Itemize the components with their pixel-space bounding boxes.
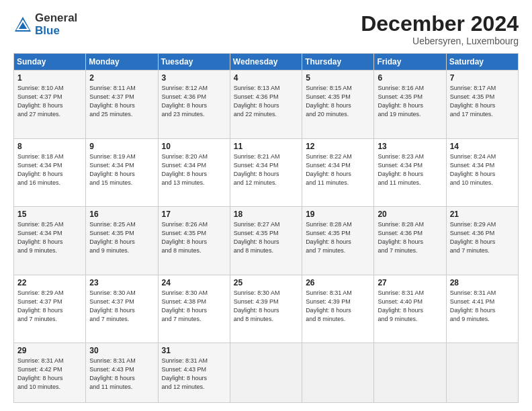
day-number: 21 — [450, 210, 515, 219]
logo-general-text: General — [35, 12, 77, 25]
day-info: Sunrise: 8:20 AM Sunset: 4:34 PM Dayligh… — [162, 152, 227, 187]
table-row — [230, 343, 302, 403]
day-info: Sunrise: 8:22 AM Sunset: 4:34 PM Dayligh… — [306, 152, 371, 187]
col-sunday: Sunday — [14, 54, 86, 71]
table-row — [446, 343, 518, 403]
day-number: 17 — [162, 210, 227, 219]
table-row: 14Sunrise: 8:24 AM Sunset: 4:34 PM Dayli… — [446, 138, 518, 206]
day-info: Sunrise: 8:23 AM Sunset: 4:34 PM Dayligh… — [378, 152, 443, 187]
day-info: Sunrise: 8:21 AM Sunset: 4:34 PM Dayligh… — [234, 152, 299, 187]
table-row: 27Sunrise: 8:31 AM Sunset: 4:40 PM Dayli… — [374, 275, 446, 342]
table-row: 16Sunrise: 8:25 AM Sunset: 4:35 PM Dayli… — [86, 207, 158, 275]
table-row — [302, 343, 374, 403]
table-row: 28Sunrise: 8:31 AM Sunset: 4:41 PM Dayli… — [446, 275, 518, 342]
table-row: 29Sunrise: 8:31 AM Sunset: 4:42 PM Dayli… — [14, 343, 86, 403]
day-number: 15 — [17, 210, 83, 219]
day-number: 31 — [162, 346, 227, 355]
col-tuesday: Tuesday — [158, 54, 230, 71]
table-row: 1Sunrise: 8:10 AM Sunset: 4:37 PM Daylig… — [14, 71, 86, 138]
day-number: 26 — [306, 278, 371, 287]
table-row: 20Sunrise: 8:28 AM Sunset: 4:36 PM Dayli… — [374, 207, 446, 275]
day-info: Sunrise: 8:24 AM Sunset: 4:34 PM Dayligh… — [450, 152, 515, 187]
table-row: 10Sunrise: 8:20 AM Sunset: 4:34 PM Dayli… — [158, 138, 230, 206]
day-number: 16 — [89, 210, 154, 219]
day-info: Sunrise: 8:19 AM Sunset: 4:34 PM Dayligh… — [89, 152, 154, 187]
table-row: 31Sunrise: 8:31 AM Sunset: 4:43 PM Dayli… — [158, 343, 230, 403]
table-row: 26Sunrise: 8:31 AM Sunset: 4:39 PM Dayli… — [302, 275, 374, 342]
day-info: Sunrise: 8:30 AM Sunset: 4:39 PM Dayligh… — [234, 289, 299, 324]
day-number: 7 — [450, 73, 515, 83]
day-number: 12 — [306, 142, 371, 151]
day-number: 6 — [378, 73, 443, 83]
day-number: 13 — [378, 142, 443, 151]
day-number: 11 — [234, 142, 299, 151]
header-row: Sunday Monday Tuesday Wednesday Thursday… — [14, 54, 519, 71]
day-info: Sunrise: 8:15 AM Sunset: 4:35 PM Dayligh… — [306, 84, 371, 119]
day-number: 25 — [234, 278, 299, 287]
day-info: Sunrise: 8:30 AM Sunset: 4:37 PM Dayligh… — [89, 289, 154, 324]
table-row: 8Sunrise: 8:18 AM Sunset: 4:34 PM Daylig… — [14, 138, 86, 206]
table-row: 23Sunrise: 8:30 AM Sunset: 4:37 PM Dayli… — [86, 275, 158, 342]
day-info: Sunrise: 8:28 AM Sunset: 4:36 PM Dayligh… — [378, 220, 443, 255]
day-info: Sunrise: 8:17 AM Sunset: 4:35 PM Dayligh… — [450, 84, 515, 119]
table-row: 11Sunrise: 8:21 AM Sunset: 4:34 PM Dayli… — [230, 138, 302, 206]
day-info: Sunrise: 8:29 AM Sunset: 4:36 PM Dayligh… — [450, 220, 515, 255]
table-row: 2Sunrise: 8:11 AM Sunset: 4:37 PM Daylig… — [86, 71, 158, 138]
table-row: 30Sunrise: 8:31 AM Sunset: 4:43 PM Dayli… — [86, 343, 158, 403]
page: General Blue December 2024 Uebersyren, L… — [0, 0, 532, 411]
subtitle: Uebersyren, Luxembourg — [361, 36, 519, 46]
col-thursday: Thursday — [302, 54, 374, 71]
day-info: Sunrise: 8:28 AM Sunset: 4:35 PM Dayligh… — [306, 220, 371, 255]
month-title: December 2024 — [361, 12, 519, 36]
table-row: 15Sunrise: 8:25 AM Sunset: 4:34 PM Dayli… — [14, 207, 86, 275]
day-number: 5 — [306, 73, 371, 83]
day-number: 18 — [234, 210, 299, 219]
day-info: Sunrise: 8:30 AM Sunset: 4:38 PM Dayligh… — [162, 289, 227, 324]
table-row: 22Sunrise: 8:29 AM Sunset: 4:37 PM Dayli… — [14, 275, 86, 342]
day-info: Sunrise: 8:13 AM Sunset: 4:36 PM Dayligh… — [234, 84, 299, 119]
day-info: Sunrise: 8:31 AM Sunset: 4:39 PM Dayligh… — [306, 289, 371, 324]
logo-icon — [13, 15, 32, 34]
day-number: 3 — [162, 73, 227, 83]
day-number: 23 — [89, 278, 154, 287]
table-row: 21Sunrise: 8:29 AM Sunset: 4:36 PM Dayli… — [446, 207, 518, 275]
day-number: 30 — [89, 346, 154, 355]
table-row: 9Sunrise: 8:19 AM Sunset: 4:34 PM Daylig… — [86, 138, 158, 206]
day-number: 1 — [17, 73, 83, 83]
table-row: 19Sunrise: 8:28 AM Sunset: 4:35 PM Dayli… — [302, 207, 374, 275]
day-info: Sunrise: 8:31 AM Sunset: 4:43 PM Dayligh… — [162, 357, 227, 392]
day-info: Sunrise: 8:25 AM Sunset: 4:35 PM Dayligh… — [89, 220, 154, 255]
day-number: 9 — [89, 142, 154, 151]
day-info: Sunrise: 8:25 AM Sunset: 4:34 PM Dayligh… — [17, 220, 83, 255]
day-number: 10 — [162, 142, 227, 151]
day-info: Sunrise: 8:31 AM Sunset: 4:42 PM Dayligh… — [17, 357, 83, 392]
table-row: 24Sunrise: 8:30 AM Sunset: 4:38 PM Dayli… — [158, 275, 230, 342]
table-row: 17Sunrise: 8:26 AM Sunset: 4:35 PM Dayli… — [158, 207, 230, 275]
logo: General Blue — [13, 12, 77, 37]
day-number: 22 — [17, 278, 83, 287]
day-number: 20 — [378, 210, 443, 219]
calendar-table: Sunday Monday Tuesday Wednesday Thursday… — [13, 53, 519, 403]
day-info: Sunrise: 8:18 AM Sunset: 4:34 PM Dayligh… — [17, 152, 83, 187]
day-number: 29 — [17, 346, 83, 355]
table-row: 25Sunrise: 8:30 AM Sunset: 4:39 PM Dayli… — [230, 275, 302, 342]
title-area: December 2024 Uebersyren, Luxembourg — [361, 12, 519, 46]
col-wednesday: Wednesday — [230, 54, 302, 71]
table-row: 13Sunrise: 8:23 AM Sunset: 4:34 PM Dayli… — [374, 138, 446, 206]
table-row: 6Sunrise: 8:16 AM Sunset: 4:35 PM Daylig… — [374, 71, 446, 138]
col-monday: Monday — [86, 54, 158, 71]
day-info: Sunrise: 8:29 AM Sunset: 4:37 PM Dayligh… — [17, 289, 83, 324]
day-number: 24 — [162, 278, 227, 287]
logo-text: General Blue — [35, 12, 77, 37]
day-info: Sunrise: 8:11 AM Sunset: 4:37 PM Dayligh… — [89, 84, 154, 119]
table-row: 18Sunrise: 8:27 AM Sunset: 4:35 PM Dayli… — [230, 207, 302, 275]
col-friday: Friday — [374, 54, 446, 71]
day-info: Sunrise: 8:31 AM Sunset: 4:40 PM Dayligh… — [378, 289, 443, 324]
day-number: 28 — [450, 278, 515, 287]
day-number: 14 — [450, 142, 515, 151]
table-row: 3Sunrise: 8:12 AM Sunset: 4:36 PM Daylig… — [158, 71, 230, 138]
day-number: 4 — [234, 73, 299, 83]
day-number: 19 — [306, 210, 371, 219]
day-info: Sunrise: 8:12 AM Sunset: 4:36 PM Dayligh… — [162, 84, 227, 119]
table-row: 12Sunrise: 8:22 AM Sunset: 4:34 PM Dayli… — [302, 138, 374, 206]
